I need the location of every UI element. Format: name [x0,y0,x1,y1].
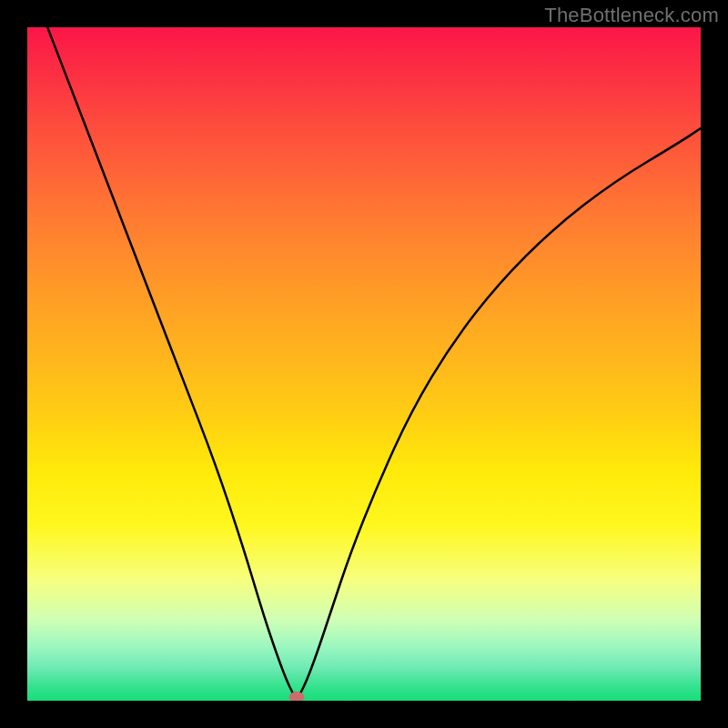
optimal-point-marker [289,693,304,702]
watermark-text: TheBottleneck.com [544,4,719,27]
chart-stage: TheBottleneck.com [0,0,728,728]
curve-svg [27,27,701,701]
plot-area [27,27,701,701]
bottleneck-curve [47,27,701,699]
